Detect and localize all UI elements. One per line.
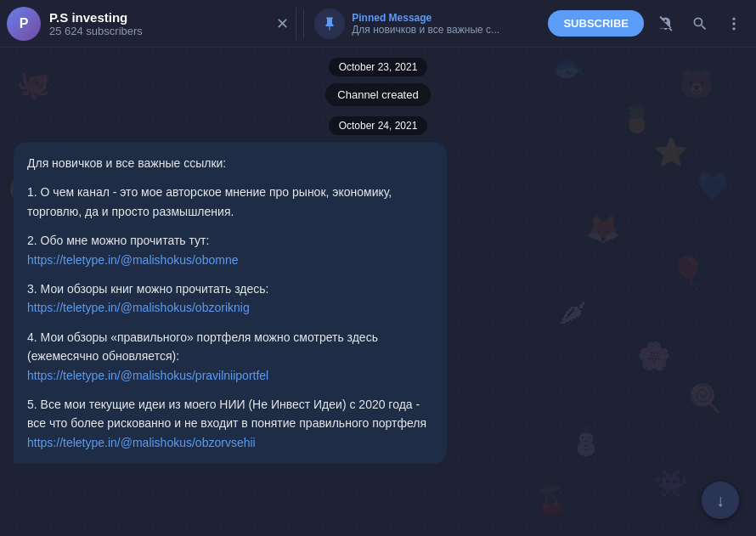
- channel-info: P.S investing 25 624 subscribers: [49, 10, 269, 37]
- scroll-down-icon: ↓: [716, 491, 725, 511]
- channel-created-text: Channel created: [325, 83, 430, 106]
- msg-link-4[interactable]: https://teletype.in/@malishokus/obzorvse…: [27, 436, 256, 449]
- msg-link-3[interactable]: https://teletype.in/@malishokus/pravilni…: [27, 369, 268, 382]
- date-badge-1-text: October 23, 2021: [329, 58, 428, 76]
- msg-line-6: 5. Все мои текущие идеи из моего НИИ (Не…: [27, 395, 433, 452]
- date-badge-2-text: October 24, 2021: [329, 116, 428, 135]
- svg-point-0: [732, 17, 735, 20]
- msg-line-4-text: 3. Мои обзоры книг можно прочитать здесь…: [27, 282, 268, 296]
- pinned-text-block: Pinned Message Для новичков и все важные…: [352, 12, 499, 36]
- msg-line-2: 1. О чем канал - это мое авторское мнени…: [27, 183, 433, 221]
- pinned-message-icon: [314, 8, 345, 39]
- svg-point-2: [732, 27, 735, 30]
- chat-area: October 23, 2021 Channel created October…: [0, 48, 756, 536]
- mute-button[interactable]: [651, 8, 681, 39]
- close-button[interactable]: ✕: [269, 8, 296, 40]
- subscriber-count: 25 624 subscribers: [49, 25, 269, 37]
- msg-link-1[interactable]: https://teletype.in/@malishokus/obomne: [27, 253, 238, 267]
- date-badge-1: October 23, 2021: [0, 58, 756, 76]
- channel-name: P.S investing: [49, 10, 269, 25]
- message-bubble: Для новичков и все важные ссылки: 1. О ч…: [14, 142, 447, 464]
- pinned-message[interactable]: Pinned Message Для новичков и все важные…: [307, 5, 541, 42]
- msg-line-5: 4. Мои обзоры «правильного» портфеля мож…: [27, 328, 433, 385]
- pinned-label: Pinned Message: [352, 12, 499, 24]
- pinned-preview: Для новичков и все важные с...: [352, 24, 499, 36]
- msg-link-2[interactable]: https://teletype.in/@malishokus/obzorikn…: [27, 301, 250, 314]
- subscribe-button[interactable]: SUBSCRIBE: [548, 10, 644, 37]
- header-actions: [651, 8, 749, 39]
- search-button[interactable]: [685, 8, 715, 39]
- avatar-letter: P: [20, 16, 29, 31]
- more-button[interactable]: [719, 8, 749, 39]
- msg-line-5-text: 4. Мои обзоры «правильного» портфеля мож…: [27, 330, 378, 363]
- date-badge-2: October 24, 2021: [0, 116, 756, 135]
- channel-created-badge: Channel created: [0, 83, 756, 106]
- header: P P.S investing 25 624 subscribers ✕ Pin…: [0, 0, 756, 48]
- avatar[interactable]: P: [7, 7, 41, 41]
- msg-line-3-text: 2. Обо мне можно прочитать тут:: [27, 234, 209, 247]
- msg-line-6-text: 5. Все мои текущие идеи из моего НИИ (Не…: [27, 398, 426, 430]
- msg-line-1: Для новичков и все важные ссылки:: [27, 154, 433, 172]
- message-container: Для новичков и все важные ссылки: 1. О ч…: [0, 142, 756, 464]
- svg-point-1: [732, 22, 735, 25]
- header-divider: [303, 8, 304, 39]
- scroll-down-button[interactable]: ↓: [702, 482, 739, 519]
- msg-line-4: 3. Мои обзоры книг можно прочитать здесь…: [27, 279, 433, 318]
- msg-line-3: 2. Обо мне можно прочитать тут: https://…: [27, 231, 433, 269]
